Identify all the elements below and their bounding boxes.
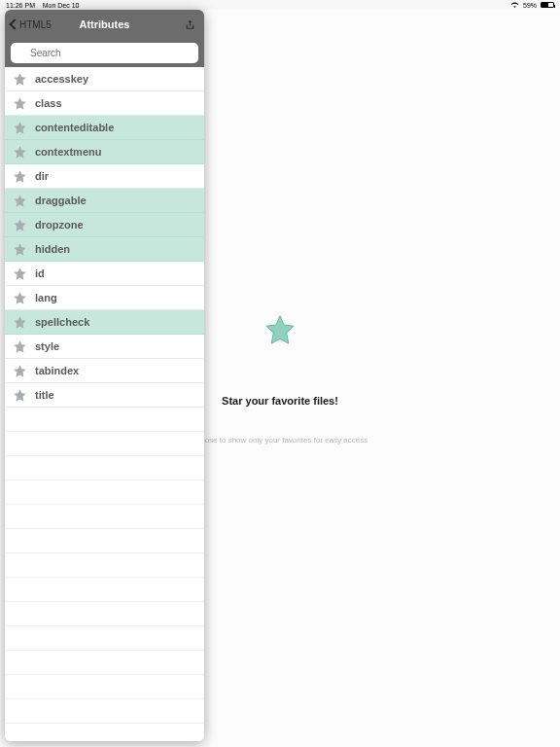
empty-row xyxy=(5,529,204,553)
list-item-label: style xyxy=(35,340,59,352)
empty-row xyxy=(5,626,204,651)
wifi-icon xyxy=(510,1,519,9)
list-item[interactable]: tabindex xyxy=(5,359,204,383)
list-item-label: title xyxy=(35,389,54,401)
empty-row xyxy=(5,408,204,432)
status-bar: 11:26 PM Mon Dec 10 59% xyxy=(0,0,560,10)
list-item[interactable]: id xyxy=(5,262,204,286)
list-item[interactable]: spellcheck xyxy=(5,310,204,335)
detail-headline: Star your favorite files! xyxy=(222,395,338,407)
favorite-star-icon xyxy=(263,313,297,346)
list-item-label: id xyxy=(35,267,45,279)
empty-row xyxy=(5,505,204,529)
star-icon[interactable] xyxy=(13,72,27,87)
list-item[interactable]: draggable xyxy=(5,189,204,213)
list-item[interactable]: hidden xyxy=(5,237,204,262)
empty-row xyxy=(5,432,204,456)
search-input[interactable] xyxy=(11,43,198,63)
back-button[interactable]: HTML5 xyxy=(11,19,52,30)
list-item[interactable]: style xyxy=(5,335,204,359)
star-icon[interactable] xyxy=(13,194,27,208)
back-label: HTML5 xyxy=(19,19,52,30)
star-icon[interactable] xyxy=(13,339,27,354)
list-item-label: hidden xyxy=(35,243,70,255)
list-item-label: contenteditable xyxy=(35,122,114,133)
list-item-label: lang xyxy=(35,292,57,303)
list-item-label: dir xyxy=(35,170,49,182)
list-item-label: draggable xyxy=(35,195,87,206)
star-icon[interactable] xyxy=(13,145,27,160)
star-icon[interactable] xyxy=(13,242,27,257)
detail-subtext: choose to show only your favorites for e… xyxy=(192,436,368,445)
list-item[interactable]: contenteditable xyxy=(5,116,204,140)
empty-row xyxy=(5,578,204,602)
empty-row xyxy=(5,602,204,626)
star-icon[interactable] xyxy=(13,96,27,111)
star-icon[interactable] xyxy=(13,267,27,281)
star-icon[interactable] xyxy=(13,315,27,330)
list-item-label: spellcheck xyxy=(35,316,89,328)
empty-row xyxy=(5,480,204,505)
list-item[interactable]: contextmenu xyxy=(5,140,204,164)
star-icon[interactable] xyxy=(13,291,27,305)
list-item-label: class xyxy=(35,97,62,109)
list-item[interactable]: dir xyxy=(5,164,204,189)
attributes-popover: HTML5 Attributes accesskeyclasscontented… xyxy=(5,10,204,741)
share-button[interactable] xyxy=(184,18,196,31)
search-bar xyxy=(5,39,204,67)
empty-row xyxy=(5,675,204,699)
star-icon[interactable] xyxy=(13,169,27,184)
list-item[interactable]: lang xyxy=(5,286,204,310)
empty-row xyxy=(5,651,204,675)
list-item[interactable]: title xyxy=(5,383,204,408)
list-item-label: tabindex xyxy=(35,365,79,376)
list-item[interactable]: accesskey xyxy=(5,67,204,91)
battery-pct: 59% xyxy=(523,2,537,9)
empty-row xyxy=(5,724,204,741)
status-time: 11:26 PM xyxy=(6,2,35,9)
empty-row xyxy=(5,553,204,578)
popover-navbar: HTML5 Attributes xyxy=(5,10,204,39)
list-item-label: dropzone xyxy=(35,219,84,231)
star-icon[interactable] xyxy=(13,388,27,403)
battery-icon xyxy=(541,2,554,8)
status-date: Mon Dec 10 xyxy=(43,2,80,9)
list-item-label: contextmenu xyxy=(35,146,101,158)
list-item-label: accesskey xyxy=(35,73,88,85)
chevron-left-icon xyxy=(9,18,19,29)
star-icon[interactable] xyxy=(13,121,27,135)
attributes-list[interactable]: accesskeyclasscontenteditablecontextmenu… xyxy=(5,67,204,741)
list-item[interactable]: dropzone xyxy=(5,213,204,237)
empty-row xyxy=(5,699,204,724)
star-icon[interactable] xyxy=(13,364,27,378)
empty-row xyxy=(5,456,204,480)
list-item[interactable]: class xyxy=(5,91,204,116)
star-icon[interactable] xyxy=(13,218,27,232)
